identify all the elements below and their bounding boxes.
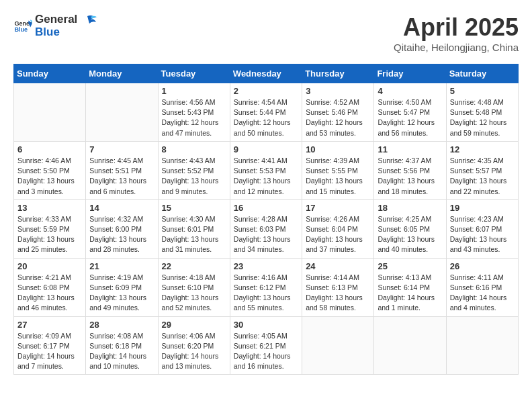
day-info: Sunrise: 4:14 AMSunset: 6:13 PMDaylight:… (306, 273, 370, 314)
day-number: 16 (234, 203, 298, 213)
day-number: 6 (17, 144, 82, 154)
calendar-cell: 1Sunrise: 4:56 AMSunset: 5:43 PMDaylight… (158, 83, 230, 142)
day-info: Sunrise: 4:19 AMSunset: 6:09 PMDaylight:… (89, 273, 154, 314)
day-info: Sunrise: 4:08 AMSunset: 6:18 PMDaylight:… (89, 331, 154, 372)
weekday-header-saturday: Saturday (446, 64, 518, 83)
day-number: 25 (378, 261, 442, 271)
day-number: 8 (162, 144, 226, 154)
day-info: Sunrise: 4:52 AMSunset: 5:46 PMDaylight:… (306, 97, 370, 138)
calendar-cell: 15Sunrise: 4:30 AMSunset: 6:01 PMDayligh… (158, 199, 230, 258)
day-info: Sunrise: 4:21 AMSunset: 6:08 PMDaylight:… (17, 273, 82, 314)
calendar-cell: 3Sunrise: 4:52 AMSunset: 5:46 PMDaylight… (302, 83, 374, 142)
day-info: Sunrise: 4:35 AMSunset: 5:57 PMDaylight:… (450, 156, 515, 197)
calendar-cell: 12Sunrise: 4:35 AMSunset: 5:57 PMDayligh… (446, 141, 518, 199)
day-number: 17 (306, 203, 370, 213)
page-header: General Blue General Blue April 2025 Qit… (13, 13, 519, 53)
calendar-cell: 7Sunrise: 4:45 AMSunset: 5:51 PMDaylight… (86, 141, 158, 199)
calendar-cell: 23Sunrise: 4:16 AMSunset: 6:12 PMDayligh… (230, 258, 302, 316)
day-number: 4 (378, 86, 442, 96)
day-number: 3 (306, 86, 370, 96)
day-number: 29 (162, 320, 226, 330)
day-number: 23 (234, 261, 298, 271)
day-number: 30 (234, 320, 298, 330)
day-info: Sunrise: 4:25 AMSunset: 6:05 PMDaylight:… (378, 214, 442, 255)
day-number: 7 (89, 144, 154, 154)
day-info: Sunrise: 4:50 AMSunset: 5:47 PMDaylight:… (378, 97, 442, 138)
calendar-cell: 19Sunrise: 4:23 AMSunset: 6:07 PMDayligh… (446, 199, 518, 258)
calendar-week-row: 27Sunrise: 4:09 AMSunset: 6:17 PMDayligh… (14, 316, 519, 375)
day-number: 5 (450, 86, 515, 96)
day-info: Sunrise: 4:32 AMSunset: 6:00 PMDaylight:… (89, 214, 154, 255)
weekday-header-friday: Friday (374, 64, 446, 83)
day-number: 18 (378, 203, 442, 213)
calendar-cell: 16Sunrise: 4:28 AMSunset: 6:03 PMDayligh… (230, 199, 302, 258)
calendar-cell: 4Sunrise: 4:50 AMSunset: 5:47 PMDaylight… (374, 83, 446, 142)
logo: General Blue General Blue (13, 13, 97, 38)
day-number: 20 (17, 261, 82, 271)
calendar-cell: 5Sunrise: 4:48 AMSunset: 5:48 PMDaylight… (446, 83, 518, 142)
day-number: 19 (450, 203, 515, 213)
calendar-cell: 10Sunrise: 4:39 AMSunset: 5:55 PMDayligh… (302, 141, 374, 199)
day-number: 11 (378, 144, 442, 154)
title-section: April 2025 Qitaihe, Heilongjiang, China (394, 13, 519, 53)
calendar-cell: 9Sunrise: 4:41 AMSunset: 5:53 PMDaylight… (230, 141, 302, 199)
svg-text:Blue: Blue (14, 26, 28, 33)
day-number: 15 (162, 203, 226, 213)
logo-general: General (35, 13, 77, 26)
day-info: Sunrise: 4:45 AMSunset: 5:51 PMDaylight:… (89, 156, 154, 197)
day-info: Sunrise: 4:28 AMSunset: 6:03 PMDaylight:… (234, 214, 298, 255)
day-info: Sunrise: 4:11 AMSunset: 6:16 PMDaylight:… (450, 273, 515, 314)
day-number: 14 (89, 203, 154, 213)
calendar-week-row: 1Sunrise: 4:56 AMSunset: 5:43 PMDaylight… (14, 83, 519, 142)
calendar-week-row: 6Sunrise: 4:46 AMSunset: 5:50 PMDaylight… (14, 141, 519, 199)
calendar-cell: 26Sunrise: 4:11 AMSunset: 6:16 PMDayligh… (446, 258, 518, 316)
day-number: 27 (17, 320, 82, 330)
calendar-cell: 13Sunrise: 4:33 AMSunset: 5:59 PMDayligh… (14, 199, 86, 258)
weekday-header-row: SundayMondayTuesdayWednesdayThursdayFrid… (14, 64, 519, 83)
day-info: Sunrise: 4:23 AMSunset: 6:07 PMDaylight:… (450, 214, 515, 255)
day-info: Sunrise: 4:39 AMSunset: 5:55 PMDaylight:… (306, 156, 370, 197)
day-number: 24 (306, 261, 370, 271)
day-info: Sunrise: 4:26 AMSunset: 6:04 PMDaylight:… (306, 214, 370, 255)
calendar-cell (14, 83, 86, 142)
day-info: Sunrise: 4:13 AMSunset: 6:14 PMDaylight:… (378, 273, 442, 314)
day-number: 22 (162, 261, 226, 271)
weekday-header-tuesday: Tuesday (158, 64, 230, 83)
calendar-cell: 2Sunrise: 4:54 AMSunset: 5:44 PMDaylight… (230, 83, 302, 142)
day-info: Sunrise: 4:16 AMSunset: 6:12 PMDaylight:… (234, 273, 298, 314)
day-number: 10 (306, 144, 370, 154)
calendar-cell: 24Sunrise: 4:14 AMSunset: 6:13 PMDayligh… (302, 258, 374, 316)
day-info: Sunrise: 4:06 AMSunset: 6:20 PMDaylight:… (162, 331, 226, 372)
day-info: Sunrise: 4:48 AMSunset: 5:48 PMDaylight:… (450, 97, 515, 138)
day-info: Sunrise: 4:41 AMSunset: 5:53 PMDaylight:… (234, 156, 298, 197)
day-number: 12 (450, 144, 515, 154)
day-info: Sunrise: 4:33 AMSunset: 5:59 PMDaylight:… (17, 214, 82, 255)
calendar-cell: 21Sunrise: 4:19 AMSunset: 6:09 PMDayligh… (86, 258, 158, 316)
calendar-cell: 27Sunrise: 4:09 AMSunset: 6:17 PMDayligh… (14, 316, 86, 375)
calendar-cell (86, 83, 158, 142)
day-number: 21 (89, 261, 154, 271)
calendar-week-row: 20Sunrise: 4:21 AMSunset: 6:08 PMDayligh… (14, 258, 519, 316)
day-info: Sunrise: 4:56 AMSunset: 5:43 PMDaylight:… (162, 97, 226, 138)
day-info: Sunrise: 4:30 AMSunset: 6:01 PMDaylight:… (162, 214, 226, 255)
day-number: 13 (17, 203, 82, 213)
day-info: Sunrise: 4:09 AMSunset: 6:17 PMDaylight:… (17, 331, 82, 372)
logo-icon: General Blue (13, 17, 32, 36)
calendar-cell: 14Sunrise: 4:32 AMSunset: 6:00 PMDayligh… (86, 199, 158, 258)
calendar-cell (374, 316, 446, 375)
calendar-cell: 22Sunrise: 4:18 AMSunset: 6:10 PMDayligh… (158, 258, 230, 316)
calendar-table: SundayMondayTuesdayWednesdayThursdayFrid… (13, 64, 519, 375)
day-info: Sunrise: 4:54 AMSunset: 5:44 PMDaylight:… (234, 97, 298, 138)
day-number: 28 (89, 320, 154, 330)
calendar-cell: 25Sunrise: 4:13 AMSunset: 6:14 PMDayligh… (374, 258, 446, 316)
calendar-cell: 6Sunrise: 4:46 AMSunset: 5:50 PMDaylight… (14, 141, 86, 199)
calendar-cell: 29Sunrise: 4:06 AMSunset: 6:20 PMDayligh… (158, 316, 230, 375)
day-info: Sunrise: 4:18 AMSunset: 6:10 PMDaylight:… (162, 273, 226, 314)
calendar-cell: 30Sunrise: 4:05 AMSunset: 6:21 PMDayligh… (230, 316, 302, 375)
day-info: Sunrise: 4:43 AMSunset: 5:52 PMDaylight:… (162, 156, 226, 197)
day-info: Sunrise: 4:46 AMSunset: 5:50 PMDaylight:… (17, 156, 82, 197)
calendar-cell: 11Sunrise: 4:37 AMSunset: 5:56 PMDayligh… (374, 141, 446, 199)
day-number: 9 (234, 144, 298, 154)
day-info: Sunrise: 4:05 AMSunset: 6:21 PMDaylight:… (234, 331, 298, 372)
calendar-cell: 28Sunrise: 4:08 AMSunset: 6:18 PMDayligh… (86, 316, 158, 375)
